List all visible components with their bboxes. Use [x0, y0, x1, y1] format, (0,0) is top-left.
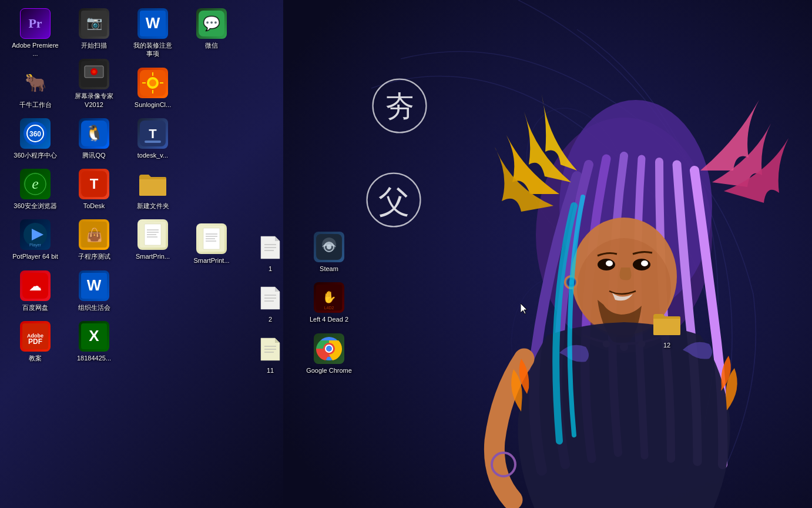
steam-icon [314, 232, 344, 262]
icon-column-2: 📷 开始扫描 屏幕录像专家V2012 🐧 [68, 6, 120, 365]
svg-text:✋: ✋ [322, 290, 337, 304]
doc2-icon [255, 282, 286, 313]
scan-icon: 📷 [79, 8, 109, 39]
chrome-icon [314, 333, 344, 364]
l4d2-icon: ✋ L4D2 [314, 282, 344, 313]
doc1-icon [255, 232, 286, 262]
chrome-label: Google Chrome [306, 366, 352, 375]
smartprint-col4-label: SmartPrint... [193, 256, 229, 265]
svg-text:☁: ☁ [29, 279, 42, 293]
icon-baidu-netdisk[interactable]: ☁ 百度网盘 [9, 268, 62, 314]
icon-folder12[interactable]: 12 [640, 306, 693, 352]
todesk-label: ToDesk [83, 202, 105, 210]
doc11-label: 11 [267, 366, 274, 375]
icon-scan[interactable]: 📷 开始扫描 [68, 6, 120, 52]
icon-screen-recorder[interactable]: 屏幕录像专家V2012 [68, 56, 120, 111]
todesk-v-icon: T [137, 118, 168, 149]
potplayer-icon: Player [20, 219, 51, 250]
screen-recorder-icon [79, 59, 109, 89]
svg-rect-64 [145, 141, 161, 143]
svg-marker-90 [275, 338, 280, 343]
360browser-icon: e [20, 169, 51, 199]
baidu-icon: ☁ [20, 270, 51, 301]
icon-doc1[interactable]: 1 [244, 229, 297, 275]
icon-qq[interactable]: 🐧 腾讯QQ [68, 116, 120, 162]
adobe-premiere-label: Adobe Premiere ... [11, 41, 59, 58]
icon-360mini[interactable]: 360 360小程序中心 [9, 116, 62, 162]
icon-todesk-v[interactable]: T todesk_v... [126, 116, 179, 162]
icon-column-5: 1 2 [244, 229, 297, 377]
icon-excel[interactable]: X 18184425... [68, 319, 120, 365]
doc2-label: 2 [269, 315, 272, 323]
icon-l4d2[interactable]: ✋ L4D2 Left 4 Dead 2 [303, 280, 355, 326]
svg-point-104 [326, 346, 332, 352]
icon-column-4: 💬 微信 SmartPrint... [185, 6, 238, 268]
folder12-icon [652, 308, 682, 339]
svg-text:T: T [149, 126, 157, 141]
svg-text:📷: 📷 [86, 15, 103, 31]
qq-icon: 🐧 [79, 118, 109, 149]
icon-wechat[interactable]: 💬 微信 [185, 6, 238, 52]
icon-sunlogin[interactable]: SunloginCl... [126, 65, 179, 111]
smartprint-col3-icon [137, 219, 168, 250]
icon-column-1: Pr Adobe Premiere ... 🐂 千牛工作台 360 360小程序… [9, 6, 62, 365]
qiniu-label: 千牛工作台 [19, 101, 52, 109]
todesk-icon: T [79, 169, 109, 199]
icon-steam[interactable]: Steam [303, 229, 355, 275]
icon-adobe-premiere[interactable]: Pr Adobe Premiere ... [9, 6, 62, 61]
svg-text:T: T [90, 176, 99, 192]
icon-qiniu[interactable]: 🐂 千牛工作台 [9, 65, 62, 111]
360browser-label: 360安全浏览器 [14, 202, 56, 210]
icon-new-folder[interactable]: 新建文件夹 [126, 166, 179, 212]
l4d2-label: Left 4 Dead 2 [310, 315, 348, 323]
word-org-icon: W [79, 270, 109, 301]
svg-point-42 [92, 70, 96, 73]
sunlogin-label: SunloginCl... [135, 101, 171, 109]
icon-ziprogram[interactable]: 👜 子程序测试 [68, 217, 120, 263]
svg-point-97 [327, 245, 331, 249]
new-folder-icon [137, 169, 168, 199]
doc1-label: 1 [269, 265, 272, 273]
qiniu-icon: 🐂 [20, 68, 51, 98]
icon-potplayer[interactable]: Player PotPlayer 64 bit [9, 217, 62, 263]
icon-smartprint-col4[interactable]: SmartPrint... [185, 221, 238, 267]
icon-word-org[interactable]: W 组织生活会 [68, 268, 120, 314]
excel-label: 18184425... [77, 354, 111, 362]
doc11-icon [255, 333, 286, 364]
360mini-label: 360小程序中心 [14, 151, 56, 159]
icon-smartprint-col3[interactable]: SmartPrin... [126, 217, 179, 263]
svg-marker-85 [275, 287, 280, 292]
icon-todesk[interactable]: T ToDesk [68, 166, 120, 212]
baidu-label: 百度网盘 [22, 303, 48, 312]
svg-text:👜: 👜 [86, 227, 103, 243]
icon-my-decoration[interactable]: W 我的装修注意事项 [126, 6, 179, 61]
my-decoration-label: 我的装修注意事项 [133, 41, 172, 58]
excel-icon: X [79, 321, 109, 352]
wechat-icon: 💬 [196, 8, 227, 39]
new-folder-label: 新建文件夹 [137, 202, 169, 210]
my-decoration-icon: W [137, 8, 168, 39]
ziprogram-icon: 👜 [79, 219, 109, 250]
icon-column-3: W 我的装修注意事项 SunloginCl... [126, 6, 179, 263]
potplayer-label: PotPlayer 64 bit [12, 252, 58, 260]
svg-text:💬: 💬 [203, 15, 220, 32]
svg-text:L4D2: L4D2 [324, 306, 334, 310]
icon-doc2[interactable]: 2 [244, 280, 297, 326]
svg-text:PDF: PDF [28, 337, 42, 346]
svg-text:e: e [32, 175, 39, 192]
pdf-icon: Adobe PDF [20, 321, 51, 352]
svg-text:360: 360 [29, 130, 41, 138]
icon-doc11[interactable]: 11 [244, 331, 297, 377]
todesk-v-label: todesk_v... [137, 151, 168, 159]
icon-360browser[interactable]: e 360安全浏览器 [9, 166, 62, 212]
icon-pdf-lesson[interactable]: Adobe PDF 教案 [9, 319, 62, 365]
svg-text:🐧: 🐧 [85, 123, 104, 142]
scan-label: 开始扫描 [81, 41, 107, 49]
wechat-label: 微信 [205, 41, 218, 49]
steam-label: Steam [320, 265, 338, 273]
360mini-icon: 360 [20, 118, 51, 149]
icon-column-7: 12 [640, 306, 693, 352]
svg-text:Player: Player [29, 243, 42, 248]
icon-chrome[interactable]: Google Chrome [303, 331, 355, 377]
folder12-label: 12 [663, 341, 670, 349]
